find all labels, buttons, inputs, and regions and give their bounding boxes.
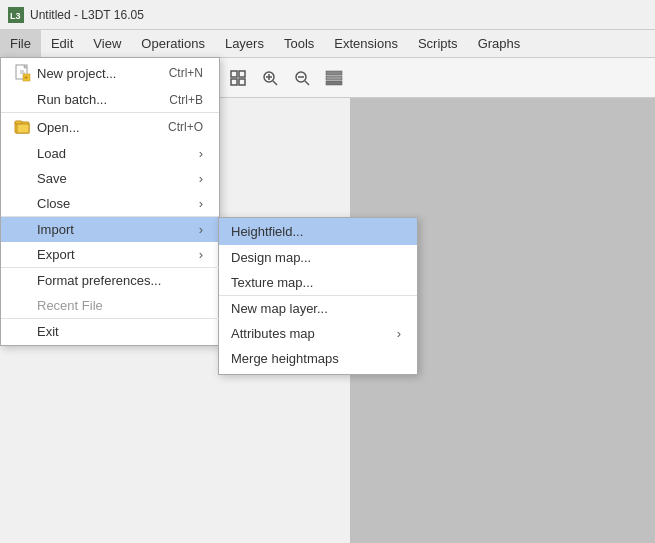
export-label: Export (37, 247, 75, 262)
attributes-map-arrow: › (377, 326, 401, 341)
title-bar: L3 Untitled - L3DT 16.05 (0, 0, 655, 30)
svg-rect-15 (326, 76, 342, 80)
new-project-shortcut: Ctrl+N (149, 66, 203, 80)
toolbar-grid-button[interactable] (223, 63, 253, 93)
submenu-texture-map[interactable]: Texture map... (219, 270, 417, 295)
menu-load[interactable]: Load › (1, 141, 219, 166)
menu-tools[interactable]: Tools (274, 30, 324, 57)
menu-save[interactable]: Save › (1, 166, 219, 191)
menu-import[interactable]: Import › Heightfield... Design map... Te… (1, 216, 219, 242)
window-title: Untitled - L3DT 16.05 (30, 8, 144, 22)
new-project-label: New project... (37, 66, 116, 81)
menu-layers[interactable]: Layers (215, 30, 274, 57)
import-label: Import (37, 222, 74, 237)
format-preferences-label: Format preferences... (37, 273, 161, 288)
open-icon (13, 118, 33, 136)
svg-rect-3 (231, 71, 237, 77)
submenu-design-map[interactable]: Design map... (219, 245, 417, 270)
menu-exit[interactable]: Exit (1, 318, 219, 345)
submenu-new-map-layer[interactable]: New map layer... (219, 295, 417, 321)
menu-operations[interactable]: Operations (131, 30, 215, 57)
save-arrow: › (179, 171, 203, 186)
merge-heightmaps-label: Merge heightmaps (231, 351, 339, 366)
menu-bar: File Edit View Operations Layers Tools E… (0, 30, 655, 58)
export-arrow: › (179, 247, 203, 262)
toolbar-zoom-in-button[interactable] (255, 63, 285, 93)
svg-rect-5 (231, 79, 237, 85)
svg-rect-26 (17, 124, 29, 133)
menu-scripts[interactable]: Scripts (408, 30, 468, 57)
toolbar-zoom-out-button[interactable] (287, 63, 317, 93)
close-arrow: › (179, 196, 203, 211)
svg-rect-16 (326, 81, 342, 85)
menu-run-batch[interactable]: Run batch... Ctrl+B (1, 87, 219, 112)
menu-recent-file: Recent File (1, 293, 219, 318)
submenu-attributes-map[interactable]: Attributes map › (219, 321, 417, 346)
menu-format-preferences[interactable]: Format preferences... (1, 267, 219, 293)
svg-line-8 (273, 81, 277, 85)
recent-file-label: Recent File (37, 298, 103, 313)
svg-text:L3: L3 (10, 11, 21, 21)
save-label: Save (37, 171, 67, 186)
submenu-heightfield[interactable]: Heightfield... (219, 218, 417, 245)
run-batch-label: Run batch... (37, 92, 107, 107)
heightfield-label: Heightfield... (231, 224, 303, 239)
load-label: Load (37, 146, 66, 161)
menu-edit[interactable]: Edit (41, 30, 83, 57)
menu-view[interactable]: View (83, 30, 131, 57)
import-arrow: › (179, 222, 203, 237)
svg-rect-14 (326, 71, 342, 75)
menu-open[interactable]: Open... Ctrl+O (1, 112, 219, 141)
import-submenu: Heightfield... Design map... Texture map… (218, 217, 418, 375)
app-icon: L3 (8, 7, 24, 23)
run-batch-shortcut: Ctrl+B (149, 93, 203, 107)
texture-map-label: Texture map... (231, 275, 313, 290)
open-label: Open... (37, 120, 80, 135)
submenu-merge-heightmaps[interactable]: Merge heightmaps (219, 346, 417, 374)
svg-rect-4 (239, 71, 245, 77)
new-project-icon (13, 64, 33, 82)
menu-extensions[interactable]: Extensions (324, 30, 408, 57)
menu-new-project[interactable]: New project... Ctrl+N (1, 58, 219, 87)
file-menu-panel: New project... Ctrl+N Run batch... Ctrl+… (0, 57, 220, 346)
new-map-layer-label: New map layer... (231, 301, 328, 316)
svg-rect-6 (239, 79, 245, 85)
exit-label: Exit (37, 324, 59, 339)
open-shortcut: Ctrl+O (148, 120, 203, 134)
attributes-map-label: Attributes map (231, 326, 315, 341)
load-arrow: › (179, 146, 203, 161)
design-map-label: Design map... (231, 250, 311, 265)
menu-export[interactable]: Export › (1, 242, 219, 267)
menu-file[interactable]: File (0, 30, 41, 57)
close-label: Close (37, 196, 70, 211)
file-menu-dropdown: New project... Ctrl+N Run batch... Ctrl+… (0, 57, 220, 346)
menu-graphs[interactable]: Graphs (468, 30, 531, 57)
svg-line-12 (305, 81, 309, 85)
menu-close[interactable]: Close › (1, 191, 219, 216)
toolbar-layers-button[interactable] (319, 63, 349, 93)
